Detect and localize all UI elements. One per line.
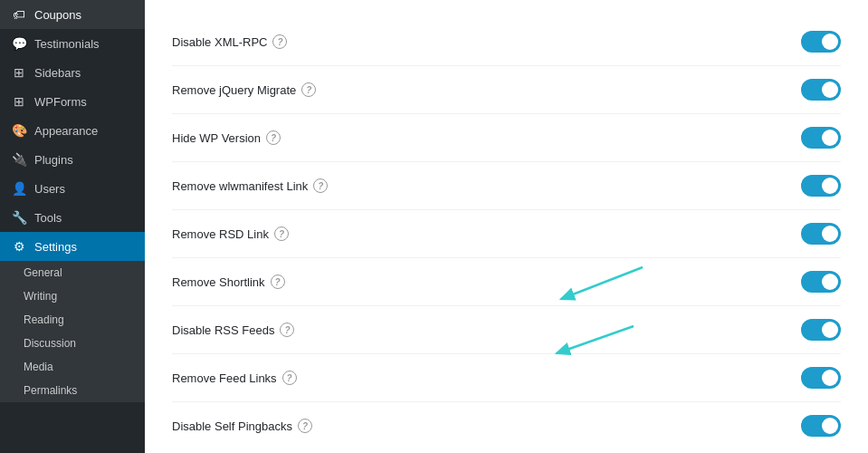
- settings-submenu: General Writing Reading Discussion Media…: [0, 261, 145, 402]
- toggle-disable-xml-rpc[interactable]: [801, 31, 841, 53]
- help-icon-remove-rsd-link[interactable]: ?: [274, 226, 289, 241]
- toggle-track-remove-wlwmanifest-link: [801, 175, 841, 197]
- testimonials-icon: 💬: [11, 36, 27, 51]
- settings-list: Disable XML-RPC ? Remove jQuery Migrate …: [172, 18, 841, 449]
- submenu-general[interactable]: General: [0, 261, 145, 284]
- setting-label-remove-feed-links: Remove Feed Links ?: [172, 371, 787, 385]
- sidebar-item-plugins[interactable]: 🔌 Plugins: [0, 145, 145, 174]
- appearance-icon: 🎨: [11, 123, 27, 138]
- toggle-hide-wp-version[interactable]: [801, 127, 841, 149]
- toggle-track-remove-jquery-migrate: [801, 79, 841, 101]
- toggle-thumb-remove-shortlink: [822, 274, 838, 290]
- toggle-thumb-hide-wp-version: [822, 130, 838, 146]
- setting-label-remove-jquery-migrate: Remove jQuery Migrate ?: [172, 82, 787, 97]
- setting-label-remove-shortlink: Remove Shortlink ?: [172, 275, 787, 289]
- toggle-thumb-remove-rsd-link: [822, 226, 838, 242]
- setting-label-remove-rsd-link: Remove RSD Link ?: [172, 226, 787, 241]
- sidebar-item-settings[interactable]: ⚙ Settings: [0, 232, 145, 261]
- setting-text-disable-rss-feeds: Disable RSS Feeds: [172, 323, 274, 337]
- toggle-track-disable-rss-feeds: [801, 319, 841, 341]
- sidebar-label-settings: Settings: [34, 240, 77, 254]
- sidebar-label-plugins: Plugins: [34, 153, 73, 167]
- setting-text-disable-self-pingbacks: Disable Self Pingbacks: [172, 419, 292, 433]
- toggle-remove-feed-links[interactable]: [801, 367, 841, 389]
- toggle-thumb-remove-wlwmanifest-link: [822, 178, 838, 194]
- toggle-thumb-remove-feed-links: [822, 370, 838, 386]
- sidebar-item-coupons[interactable]: 🏷 Coupons: [0, 0, 145, 29]
- toggle-track-hide-wp-version: [801, 127, 841, 149]
- setting-row-remove-rsd-link: Remove RSD Link ?: [172, 210, 841, 258]
- submenu-media[interactable]: Media: [0, 355, 145, 379]
- settings-active-arrow: [138, 239, 145, 254]
- main-content: Disable XML-RPC ? Remove jQuery Migrate …: [145, 0, 868, 453]
- settings-icon: ⚙: [11, 239, 27, 254]
- submenu-writing[interactable]: Writing: [0, 284, 145, 308]
- sidebar-item-appearance[interactable]: 🎨 Appearance: [0, 116, 145, 145]
- help-icon-disable-xml-rpc[interactable]: ?: [272, 34, 287, 49]
- sidebar-item-users[interactable]: 👤 Users: [0, 174, 145, 203]
- sidebars-icon: ⊞: [11, 65, 27, 80]
- wpforms-icon: ⊞: [11, 94, 27, 109]
- toggle-remove-rsd-link[interactable]: [801, 223, 841, 245]
- toggle-thumb-disable-rss-feeds: [822, 322, 838, 338]
- setting-label-hide-wp-version: Hide WP Version ?: [172, 130, 787, 145]
- setting-label-disable-xml-rpc: Disable XML-RPC ?: [172, 34, 787, 49]
- help-icon-remove-wlwmanifest-link[interactable]: ?: [313, 178, 328, 193]
- setting-label-disable-self-pingbacks: Disable Self Pingbacks ?: [172, 419, 787, 433]
- sidebar-item-testimonials[interactable]: 💬 Testimonials: [0, 29, 145, 58]
- toggle-track-disable-xml-rpc: [801, 31, 841, 53]
- setting-label-disable-rss-feeds: Disable RSS Feeds ?: [172, 323, 787, 337]
- toggle-remove-wlwmanifest-link[interactable]: [801, 175, 841, 197]
- setting-text-disable-xml-rpc: Disable XML-RPC: [172, 35, 267, 49]
- setting-text-remove-jquery-migrate: Remove jQuery Migrate: [172, 83, 296, 97]
- help-icon-remove-shortlink[interactable]: ?: [271, 275, 285, 289]
- toggle-thumb-disable-xml-rpc: [822, 34, 838, 50]
- sidebar-label-appearance: Appearance: [34, 124, 98, 138]
- help-icon-disable-self-pingbacks[interactable]: ?: [298, 419, 312, 433]
- submenu-reading[interactable]: Reading: [0, 308, 145, 332]
- sidebar-item-sidebars[interactable]: ⊞ Sidebars: [0, 58, 145, 87]
- setting-row-remove-feed-links: Remove Feed Links ?: [172, 354, 841, 402]
- setting-text-remove-rsd-link: Remove RSD Link: [172, 227, 269, 241]
- sidebar-item-tools[interactable]: 🔧 Tools: [0, 203, 145, 232]
- sidebar-label-testimonials: Testimonials: [34, 37, 100, 51]
- toggle-remove-shortlink[interactable]: [801, 271, 841, 293]
- submenu-permalinks[interactable]: Permalinks: [0, 379, 145, 402]
- toggle-disable-rss-feeds[interactable]: [801, 319, 841, 341]
- setting-row-disable-xml-rpc: Disable XML-RPC ?: [172, 18, 841, 66]
- toggle-remove-jquery-migrate[interactable]: [801, 79, 841, 101]
- setting-text-remove-shortlink: Remove Shortlink: [172, 275, 265, 289]
- setting-text-remove-feed-links: Remove Feed Links: [172, 371, 277, 385]
- help-icon-remove-feed-links[interactable]: ?: [282, 371, 297, 385]
- toggle-track-disable-self-pingbacks: [801, 415, 841, 437]
- sidebar: 🏷 Coupons 💬 Testimonials ⊞ Sidebars ⊞ WP…: [0, 0, 145, 453]
- help-icon-disable-rss-feeds[interactable]: ?: [280, 323, 294, 337]
- sidebar-label-coupons: Coupons: [34, 8, 81, 22]
- sidebar-item-wpforms[interactable]: ⊞ WPForms: [0, 87, 145, 116]
- toggle-track-remove-rsd-link: [801, 223, 841, 245]
- users-icon: 👤: [11, 181, 27, 196]
- setting-row-remove-jquery-migrate: Remove jQuery Migrate ?: [172, 66, 841, 114]
- setting-row-remove-shortlink: Remove Shortlink ?: [172, 258, 841, 306]
- setting-row-remove-wlwmanifest-link: Remove wlwmanifest Link ?: [172, 162, 841, 210]
- setting-text-hide-wp-version: Hide WP Version: [172, 131, 261, 145]
- toggle-disable-self-pingbacks[interactable]: [801, 415, 841, 437]
- toggle-thumb-remove-jquery-migrate: [822, 82, 838, 98]
- sidebar-label-sidebars: Sidebars: [34, 66, 81, 80]
- coupons-icon: 🏷: [11, 7, 27, 22]
- setting-text-remove-wlwmanifest-link: Remove wlwmanifest Link: [172, 179, 308, 193]
- settings-content: Disable XML-RPC ? Remove jQuery Migrate …: [145, 0, 868, 453]
- help-icon-remove-jquery-migrate[interactable]: ?: [301, 82, 316, 97]
- toggle-track-remove-shortlink: [801, 271, 841, 293]
- help-icon-hide-wp-version[interactable]: ?: [266, 130, 281, 145]
- sidebar-label-users: Users: [34, 182, 65, 196]
- submenu-discussion[interactable]: Discussion: [0, 332, 145, 355]
- tools-icon: 🔧: [11, 210, 27, 225]
- setting-row-disable-self-pingbacks: Disable Self Pingbacks ?: [172, 402, 841, 449]
- sidebar-label-tools: Tools: [34, 211, 62, 225]
- setting-label-remove-wlwmanifest-link: Remove wlwmanifest Link ?: [172, 178, 787, 193]
- setting-row-disable-rss-feeds: Disable RSS Feeds ?: [172, 306, 841, 354]
- setting-row-hide-wp-version: Hide WP Version ?: [172, 114, 841, 162]
- toggle-track-remove-feed-links: [801, 367, 841, 389]
- sidebar-label-wpforms: WPForms: [34, 95, 87, 109]
